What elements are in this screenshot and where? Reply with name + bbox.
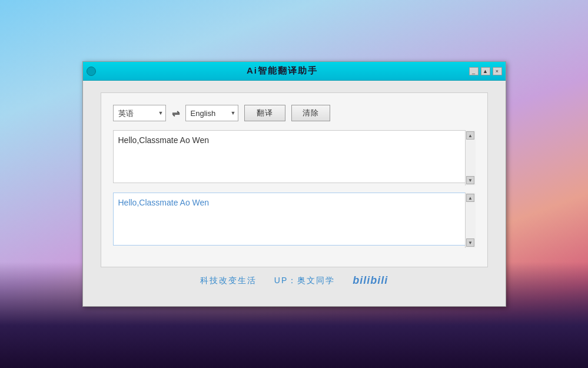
target-lang-wrapper: English Chinese Japanese Korean French — [185, 105, 238, 121]
output-textarea: Hello,Classmate Ao Wen — [113, 193, 476, 246]
scroll-down-arrow[interactable]: ▼ — [466, 176, 474, 184]
input-textarea[interactable]: Hello,Classmate Ao Wen — [113, 130, 476, 183]
main-window: Ai智能翻译助手 _ ▲ × 英语 中文 日语 韩语 法语 ⇌ — [82, 61, 506, 307]
footer-up-label: UP：奥文同学 — [274, 276, 335, 286]
title-bar: Ai智能翻译助手 _ ▲ × — [83, 62, 506, 81]
footer-slogan: 科技改变生活 — [200, 276, 257, 286]
window-title: Ai智能翻译助手 — [96, 65, 469, 77]
clear-button[interactable]: 清除 — [291, 105, 330, 121]
restore-button[interactable]: ▲ — [481, 67, 490, 75]
output-scroll-down-arrow[interactable]: ▼ — [466, 238, 474, 247]
window-controls: _ ▲ × — [469, 67, 502, 75]
output-scrollbar: ▲ ▼ — [465, 193, 476, 248]
window-body: 英语 中文 日语 韩语 法语 ⇌ English Chinese Japanes… — [83, 81, 506, 306]
app-icon — [87, 67, 96, 76]
controls-row: 英语 中文 日语 韩语 法语 ⇌ English Chinese Japanes… — [113, 105, 476, 121]
translate-button[interactable]: 翻译 — [244, 105, 285, 121]
input-area-container: Hello,Classmate Ao Wen ▲ ▼ — [113, 130, 476, 185]
swap-icon[interactable]: ⇌ — [172, 108, 180, 119]
minimize-button[interactable]: _ — [469, 67, 479, 75]
target-lang-select[interactable]: English Chinese Japanese Korean French — [185, 105, 238, 121]
inner-panel: 英语 中文 日语 韩语 法语 ⇌ English Chinese Japanes… — [101, 92, 488, 267]
source-lang-select[interactable]: 英语 中文 日语 韩语 法语 — [113, 105, 166, 121]
close-button[interactable]: × — [493, 67, 502, 75]
footer: 科技改变生活 UP：奥文同学 bilibili — [101, 267, 488, 291]
footer-brand: bilibili — [353, 274, 388, 287]
output-scroll-up-arrow[interactable]: ▲ — [466, 194, 474, 202]
source-lang-wrapper: 英语 中文 日语 韩语 法语 — [113, 105, 166, 121]
input-scrollbar: ▲ ▼ — [465, 130, 476, 185]
output-area-container: Hello,Classmate Ao Wen ▲ ▼ — [113, 193, 476, 248]
scroll-up-arrow[interactable]: ▲ — [466, 131, 474, 140]
